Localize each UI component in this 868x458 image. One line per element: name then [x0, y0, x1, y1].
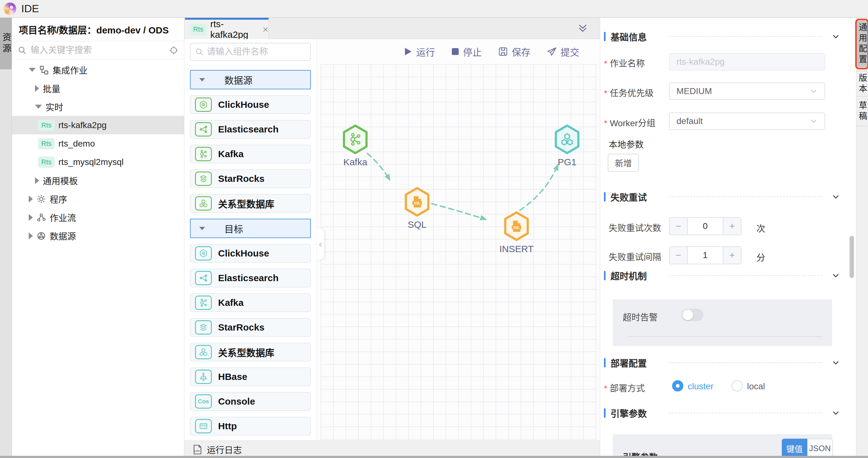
palette-item-rdb-source[interactable]: 关系型数据库 [190, 194, 311, 213]
double-chevron-down-icon[interactable] [577, 23, 589, 35]
tree-item-workflow[interactable]: 作业流 [12, 208, 184, 226]
job-name-input[interactable]: rts-kafka2pg [669, 53, 825, 71]
json-mode-button[interactable]: JSON [807, 439, 833, 458]
tree-item-template[interactable]: 通用模板 [12, 171, 184, 190]
palette-item-kafka-target[interactable]: Kafka [190, 293, 311, 312]
tree-item-rts-demo[interactable]: Rts rts_demo [12, 134, 184, 153]
palette-item-label: Kafka [218, 298, 244, 308]
radio-cluster[interactable] [672, 380, 683, 392]
panel-scrollbar-thumb[interactable] [849, 236, 854, 278]
palette-section-source[interactable]: 数据源 [190, 70, 311, 89]
tree-item-program[interactable]: 程序 [12, 190, 184, 208]
palette-item-console-target[interactable]: Cos Console [190, 392, 311, 411]
chevron-down-icon[interactable] [832, 32, 840, 41]
timeout-alarm-toggle[interactable] [681, 309, 703, 321]
integration-jobs-icon [39, 65, 49, 75]
submit-button[interactable]: 提交 [547, 45, 579, 58]
node-insert[interactable]: SQL INSERT [499, 211, 534, 254]
canvas-grid[interactable] [320, 64, 597, 440]
tree-item-rts-kafka2pg[interactable]: Rts rts-kafka2pg [12, 116, 184, 134]
palette-item-clickhouse-target[interactable]: ClickHouse [190, 244, 311, 263]
run-log-bar[interactable]: LOG 运行日志 [184, 440, 600, 458]
section-retry[interactable]: 失败重试 [604, 191, 840, 203]
kv-mode-button[interactable]: 键值 [782, 439, 807, 458]
add-param-button[interactable]: 新增 [608, 154, 639, 172]
worker-group-select[interactable]: default [669, 113, 825, 130]
palette-item-starrocks-target[interactable]: StarRocks [190, 318, 311, 337]
node-sql[interactable]: SQL SQL [400, 187, 434, 230]
palette-item-starrocks-source[interactable]: StarRocks [190, 169, 311, 188]
radio-local-label[interactable]: local [747, 381, 765, 392]
app-title: IDE [21, 2, 39, 15]
rail-tab-resources[interactable]: 资源 [0, 18, 12, 69]
resource-tree: 集成作业 批量 实时 Rts rts-kafka2pg Rts rts_demo… [12, 59, 184, 245]
retry-count-value[interactable]: 0 [687, 218, 723, 235]
section-basic-info[interactable]: 基础信息 [604, 31, 840, 42]
radio-local[interactable] [732, 380, 743, 392]
caret-right-icon[interactable] [35, 177, 39, 184]
tab-rts-kafka2pg[interactable]: Rts rts-kafka2pg × [185, 18, 269, 39]
console-icon-text: Cos [198, 398, 209, 405]
tree-item-datasource[interactable]: 数据源 [12, 226, 184, 245]
svg-text:SQL: SQL [513, 226, 520, 229]
minus-button[interactable]: − [670, 247, 687, 264]
palette-item-rdb-target[interactable]: 关系型数据库 [190, 343, 311, 362]
node-kafka[interactable]: Kafka [338, 124, 372, 167]
chevron-down-icon[interactable] [832, 409, 840, 417]
palette-collapse-handle[interactable]: ‹ [317, 228, 324, 259]
section-engine[interactable]: 引擎参数 [604, 407, 840, 419]
rail-tab-draft[interactable]: 草稿 [857, 97, 868, 126]
rail-tab-general-config[interactable]: 通用配置 [857, 21, 868, 67]
chevron-down-icon[interactable] [832, 271, 840, 280]
palette-item-http-target[interactable]: HTTP Http [190, 417, 311, 435]
minus-button[interactable]: − [670, 218, 687, 235]
tree-item-integration[interactable]: 集成作业 [12, 61, 184, 79]
play-icon [404, 47, 412, 56]
plus-button[interactable]: + [723, 218, 741, 235]
stop-button[interactable]: 停止 [451, 45, 482, 58]
rail-tab-version[interactable]: 版本 [857, 72, 868, 96]
plus-button[interactable]: + [723, 247, 741, 264]
tab-close-icon[interactable]: × [262, 24, 269, 35]
caret-right-icon[interactable] [35, 85, 39, 92]
section-timeout[interactable]: 超时机制 [604, 270, 840, 281]
stop-icon [451, 48, 459, 56]
tree-item-realtime[interactable]: 实时 [12, 97, 184, 116]
rail-divider [857, 71, 868, 71]
caret-right-icon[interactable] [29, 214, 33, 221]
explorer-search-input[interactable] [31, 45, 165, 55]
palette-item-elasticsearch-target[interactable]: Elasticsearch [190, 269, 311, 287]
node-label: SQL [408, 219, 427, 230]
section-title: 引擎参数 [611, 406, 647, 420]
palette-item-elasticsearch-source[interactable]: Elasticsearch [190, 120, 311, 139]
caret-right-icon[interactable] [29, 233, 33, 239]
priority-select[interactable]: MEDIUM [669, 83, 825, 100]
palette-search-input[interactable] [207, 47, 306, 57]
save-button[interactable]: 保存 [498, 45, 531, 58]
kafka-icon [195, 296, 212, 310]
node-pg1[interactable]: PG1 [550, 124, 584, 167]
palette-item-hbase-target[interactable]: HBase [190, 367, 311, 386]
canvas-toolbar: 运行 停止 保存 提交 [317, 39, 600, 64]
palette-item-kafka-source[interactable]: Kafka [190, 145, 311, 163]
timeout-alarm-label: 超时告警 [623, 310, 658, 323]
run-log-label: 运行日志 [207, 443, 242, 456]
chevron-down-icon[interactable] [832, 358, 840, 367]
flow-canvas[interactable]: 运行 停止 保存 提交 [316, 39, 600, 440]
caret-down-icon[interactable] [35, 105, 42, 109]
section-deploy[interactable]: 部署配置 [604, 357, 840, 368]
retry-interval-value[interactable]: 1 [687, 247, 723, 264]
tree-item-batch[interactable]: 批量 [12, 79, 184, 97]
run-button[interactable]: 运行 [404, 45, 435, 58]
palette-section-target[interactable]: 目标 [190, 219, 311, 238]
editor-tab-bar: Rts rts-kafka2pg × [184, 18, 600, 39]
palette-item-clickhouse-source[interactable]: ClickHouse [190, 95, 311, 114]
locate-icon[interactable] [169, 45, 178, 55]
radio-cluster-label[interactable]: cluster [688, 381, 713, 392]
chevron-down-icon[interactable] [832, 192, 840, 201]
chevron-down-icon [810, 87, 818, 95]
tree-item-rts-mysql2mysql[interactable]: Rts rts_mysql2mysql [12, 153, 184, 171]
retry-interval-stepper: − 1 + [669, 246, 741, 264]
caret-right-icon[interactable] [29, 195, 33, 203]
caret-down-icon[interactable] [29, 68, 36, 72]
